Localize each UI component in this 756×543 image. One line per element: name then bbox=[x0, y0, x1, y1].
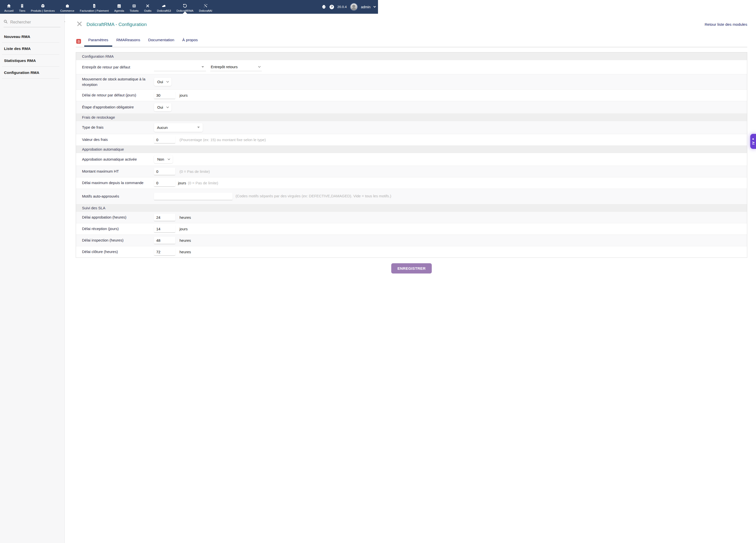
sidebar-menu: Nouveau RMA Liste des RMA Statistiques R… bbox=[2, 31, 59, 79]
sidebar: Nouveau RMA Liste des RMA Statistiques R… bbox=[0, 14, 65, 272]
row-label: Type de frais bbox=[82, 123, 154, 132]
chevron-down-icon bbox=[167, 105, 169, 108]
unit-label: heures bbox=[179, 238, 191, 243]
default-warehouse-combobox[interactable] bbox=[154, 63, 206, 71]
sidebar-search bbox=[3, 19, 61, 27]
caret-down-icon bbox=[201, 66, 204, 68]
row-motifs-auto-approuves: Motifs auto-approuvés (Codes motifs sépa… bbox=[76, 189, 378, 204]
search-icon bbox=[3, 19, 8, 25]
nav-label: Tickets bbox=[129, 9, 139, 12]
sidebar-item-liste-des-rma[interactable]: Liste des RMA bbox=[2, 43, 59, 55]
nav-item-accueil[interactable]: Accueil bbox=[1, 0, 16, 14]
nav-item-tiers[interactable]: Tiers bbox=[16, 0, 28, 14]
row-label: Approbation automatique activée bbox=[82, 155, 154, 164]
return-delay-input[interactable] bbox=[154, 92, 175, 99]
row-label: Motifs auto-approuvés bbox=[82, 192, 154, 201]
sidebar-item-statistiques-rma[interactable]: Statistiques RMA bbox=[2, 55, 59, 67]
nav-label: Tiers bbox=[19, 9, 25, 12]
main-menu: Accueil Tiers Produits | Services bbox=[1, 0, 215, 14]
unit-label: heures bbox=[179, 215, 191, 220]
tab-rmareasons[interactable]: RMAReasons bbox=[112, 38, 144, 46]
row-label: Délai réception (jours) bbox=[82, 224, 154, 234]
username[interactable]: admin bbox=[361, 5, 371, 9]
row-delai-inspection: Délai inspection (heures) heures bbox=[76, 235, 378, 246]
max-amount-input[interactable] bbox=[154, 168, 175, 175]
sidebar-item-nouveau-rma[interactable]: Nouveau RMA bbox=[2, 31, 59, 43]
row-label: Mouvement de stock automatique à la réce… bbox=[82, 74, 154, 89]
nav-label: Agenda bbox=[114, 9, 124, 12]
nav-item-produits-services[interactable]: Produits | Services bbox=[28, 0, 57, 14]
fee-type-combobox[interactable]: Aucun bbox=[154, 123, 203, 132]
unit-label: jours bbox=[178, 181, 186, 185]
approval-step-select[interactable]: Oui bbox=[154, 103, 171, 111]
nav-item-outils[interactable]: Outils bbox=[141, 0, 154, 14]
field-hint: (Codes motifs séparés par des virgules (… bbox=[235, 194, 378, 198]
select-value: Non bbox=[157, 157, 164, 161]
tabs: Paramètres RMAReasons Documentation À pr… bbox=[76, 37, 378, 47]
row-type-frais: Type de frais Aucun bbox=[76, 121, 378, 134]
save-row: ENREGISTRER bbox=[76, 263, 378, 272]
nav-label: Accueil bbox=[4, 9, 13, 12]
invoice-icon bbox=[92, 3, 97, 8]
auto-approval-select[interactable]: Non bbox=[154, 155, 173, 163]
home-icon bbox=[7, 3, 11, 8]
combo-value: Aucun bbox=[157, 125, 168, 130]
avatar[interactable] bbox=[350, 3, 358, 11]
max-delay-input[interactable] bbox=[154, 179, 175, 187]
sla-approval-input[interactable] bbox=[154, 214, 175, 221]
page-title: DolicraftRMA - Configuration bbox=[87, 22, 147, 27]
briefcase-icon bbox=[65, 3, 70, 8]
sidebar-item-configuration-rma[interactable]: Configuration RMA bbox=[2, 67, 59, 79]
tab-parametres[interactable]: Paramètres bbox=[84, 38, 112, 46]
clouds-icon bbox=[161, 3, 166, 8]
building-icon bbox=[20, 3, 25, 8]
sla-closure-input[interactable] bbox=[154, 248, 175, 256]
fee-value-input[interactable] bbox=[154, 136, 175, 143]
nav-item-dolicrafts3[interactable]: DolicraftS3 bbox=[154, 0, 174, 14]
nav-label: Outils bbox=[144, 9, 151, 12]
print-icon[interactable] bbox=[321, 4, 326, 9]
row-label: Entrepôt de retour par défaut bbox=[82, 62, 154, 72]
search-input[interactable] bbox=[10, 20, 62, 24]
row-mouvement-stock: Mouvement de stock automatique à la réce… bbox=[76, 74, 378, 89]
warehouse-select[interactable]: Entrepôt retours bbox=[210, 63, 262, 71]
ticket-icon bbox=[132, 3, 137, 8]
module-badge-icon bbox=[76, 39, 81, 44]
main-content: DolicraftRMA - Configuration Retour list… bbox=[65, 14, 378, 272]
nav-item-tickets[interactable]: Tickets bbox=[127, 0, 141, 14]
stock-move-select[interactable]: Oui bbox=[154, 78, 171, 86]
row-delai-approbation: Délai approbation (heures) heures bbox=[76, 212, 378, 223]
tab-documentation[interactable]: Documentation bbox=[144, 38, 178, 46]
row-label: Délai de retour par défaut (jours) bbox=[82, 90, 154, 100]
nav-item-facturation-paiement[interactable]: Facturation | Paiement bbox=[77, 0, 111, 14]
row-valeur-frais: Valeur des frais (Pourcentage (ex: 15) o… bbox=[76, 134, 378, 145]
sla-inspection-input[interactable] bbox=[154, 237, 175, 244]
row-label: Étape d'approbation obligatoire bbox=[82, 102, 154, 112]
row-auto-approbation-activee: Approbation automatique activée Non bbox=[76, 153, 378, 166]
nav-label: Commerce bbox=[60, 9, 74, 12]
sla-reception-input[interactable] bbox=[154, 225, 175, 233]
section-header-approbation-automatique: Approbation automatique bbox=[76, 145, 378, 153]
row-label: Délai approbation (heures) bbox=[82, 213, 154, 222]
rotate-left-icon bbox=[183, 3, 187, 8]
row-label: Valeur des frais bbox=[82, 135, 154, 144]
nav-item-commerce[interactable]: Commerce bbox=[57, 0, 77, 14]
help-icon[interactable]: ? bbox=[329, 5, 334, 9]
unit-label: jours bbox=[179, 93, 188, 97]
navbar-right: ? 20.0.4 admin bbox=[321, 0, 375, 14]
nav-item-dolicraftrma[interactable]: DolicraftRMA bbox=[174, 0, 196, 14]
chevron-down-icon[interactable] bbox=[373, 5, 376, 8]
tab-a-propos[interactable]: À propos bbox=[178, 38, 202, 46]
top-navbar: Accueil Tiers Produits | Services bbox=[0, 0, 378, 14]
field-hint: (0 = Pas de limite) bbox=[179, 169, 210, 174]
nav-item-agenda[interactable]: Agenda bbox=[111, 0, 127, 14]
section-header-configuration-rma: Configuration RMA bbox=[76, 52, 378, 60]
row-label: Montant maximum HT bbox=[82, 167, 154, 176]
row-delai-cloture: Délai clôture (heures) heures bbox=[76, 246, 378, 258]
nav-item-dolicraftai[interactable]: DolicraftAI bbox=[196, 0, 215, 14]
auto-approved-reasons-input[interactable] bbox=[154, 193, 233, 200]
chevron-down-icon bbox=[167, 158, 170, 160]
page-head: DolicraftRMA - Configuration Retour list… bbox=[76, 20, 378, 28]
calendar-icon bbox=[117, 3, 121, 8]
version-number: 20.0.4 bbox=[337, 5, 347, 9]
